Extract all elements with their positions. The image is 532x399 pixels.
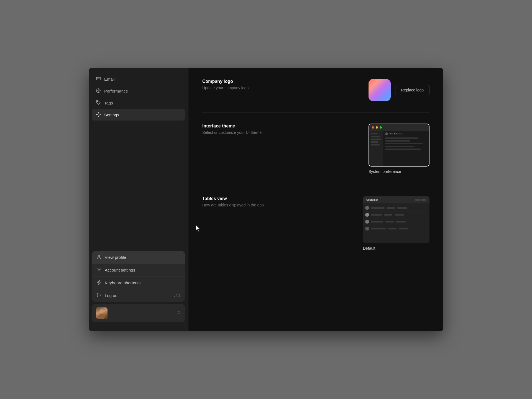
chevron-up-down-icon	[177, 310, 181, 316]
popup-item-keyboard-shortcuts[interactable]: Keyboard shortcuts	[92, 276, 185, 289]
tables-rows	[363, 203, 429, 233]
sidebar-item-label: Performance	[104, 89, 128, 93]
section-row: Tables view How are tables displayed in …	[202, 196, 429, 250]
theme-label: System preference	[369, 169, 401, 174]
company-logo-image	[369, 79, 391, 101]
table-row	[365, 211, 427, 218]
sidebar-item-label: Settings	[104, 112, 119, 117]
svg-point-3	[98, 255, 100, 257]
tables-header-dots	[415, 199, 426, 201]
section-interface-theme: Interface theme Select or customize your…	[202, 124, 429, 185]
sidebar-item-settings[interactable]: Settings	[92, 109, 185, 121]
avatar	[96, 307, 108, 319]
row-cells	[371, 221, 427, 222]
section-tables-view: Tables view How are tables displayed in …	[202, 196, 429, 262]
row-avatar	[365, 213, 369, 217]
popup-item-account-settings[interactable]: Account settings	[92, 264, 185, 276]
table-row	[365, 204, 427, 211]
logout-icon	[96, 293, 101, 298]
section-title: Company logo	[202, 79, 357, 84]
row-cells	[371, 207, 427, 209]
theme-main-area: Your dashboard	[383, 131, 429, 166]
tags-icon	[96, 100, 101, 106]
row-cells	[371, 214, 427, 216]
row-avatar	[365, 206, 369, 210]
section-row: Company logo Update your company logo. R…	[202, 79, 429, 101]
sidebar-nav: Email Performance Tags Settings	[89, 73, 188, 248]
section-row: Interface theme Select or customize your…	[202, 124, 429, 174]
person-icon	[96, 254, 101, 260]
section-desc: Update your company logo.	[202, 86, 357, 90]
gear-icon	[96, 267, 101, 273]
popup-item-view-profile[interactable]: View profile	[92, 251, 185, 264]
popup-item-label: Keyboard shortcuts	[105, 280, 140, 285]
section-title: Interface theme	[202, 124, 357, 129]
bottom-section: View profile Account settings Keyboard s…	[89, 248, 188, 326]
main-content: Company logo Update your company logo. R…	[188, 68, 443, 331]
popup-item-label: Log out	[105, 293, 119, 298]
settings-icon	[96, 112, 101, 118]
tables-label: Default	[363, 246, 375, 250]
popup-menu: View profile Account settings Keyboard s…	[92, 251, 185, 302]
traffic-light-yellow	[376, 126, 378, 129]
svg-point-2	[98, 114, 99, 115]
section-desc: Select or customize your UI theme.	[202, 130, 357, 135]
row-avatar	[365, 220, 369, 224]
sidebar-item-label: Email	[104, 77, 115, 81]
section-info: Interface theme Select or customize your…	[202, 124, 357, 135]
row-avatar	[365, 227, 369, 231]
section-title: Tables view	[202, 196, 352, 201]
theme-control: Your dashboard	[369, 124, 429, 174]
sidebar: Email Performance Tags Settings View pro…	[89, 68, 188, 331]
replace-logo-button[interactable]: Replace logo	[395, 85, 429, 95]
sidebar-item-tags[interactable]: Tags	[92, 97, 185, 109]
performance-icon	[96, 88, 101, 94]
section-info: Company logo Update your company logo.	[202, 79, 357, 90]
app-window: Email Performance Tags Settings View pro…	[89, 68, 443, 331]
popup-item-label: View profile	[105, 255, 126, 260]
preview-dashboard-title: Your dashboard	[390, 133, 402, 135]
table-row	[365, 218, 427, 225]
version-label: v4.2	[173, 293, 180, 298]
tables-preview-title: Customer	[366, 198, 378, 201]
theme-sidebar	[369, 131, 383, 166]
bolt-icon	[96, 280, 101, 286]
table-row	[365, 225, 427, 232]
traffic-light-red	[372, 126, 374, 129]
section-desc: How are tables displayed in the app.	[202, 203, 352, 207]
section-company-logo: Company logo Update your company logo. R…	[202, 79, 429, 112]
section-info: Tables view How are tables displayed in …	[202, 196, 352, 207]
sidebar-item-performance[interactable]: Performance	[92, 85, 185, 97]
theme-preview[interactable]: Your dashboard	[369, 124, 429, 167]
popup-item-log-out[interactable]: Log out v4.2	[92, 289, 185, 302]
popup-item-label: Account settings	[105, 268, 135, 272]
section-control: Replace logo	[369, 79, 429, 101]
sidebar-item-label: Tags	[104, 101, 113, 105]
theme-body: Your dashboard	[369, 131, 429, 166]
theme-titlebar	[369, 124, 429, 131]
svg-point-1	[97, 101, 98, 102]
traffic-light-green	[380, 126, 382, 129]
user-card[interactable]	[92, 304, 185, 322]
svg-point-4	[98, 269, 100, 270]
tables-header: Customer	[363, 196, 429, 203]
tables-control: Customer	[363, 196, 429, 250]
sidebar-item-email[interactable]: Email	[92, 73, 185, 85]
email-icon	[96, 76, 101, 82]
preview-avatar	[385, 132, 388, 135]
tables-preview[interactable]: Customer	[363, 196, 429, 243]
row-cells	[371, 228, 427, 229]
